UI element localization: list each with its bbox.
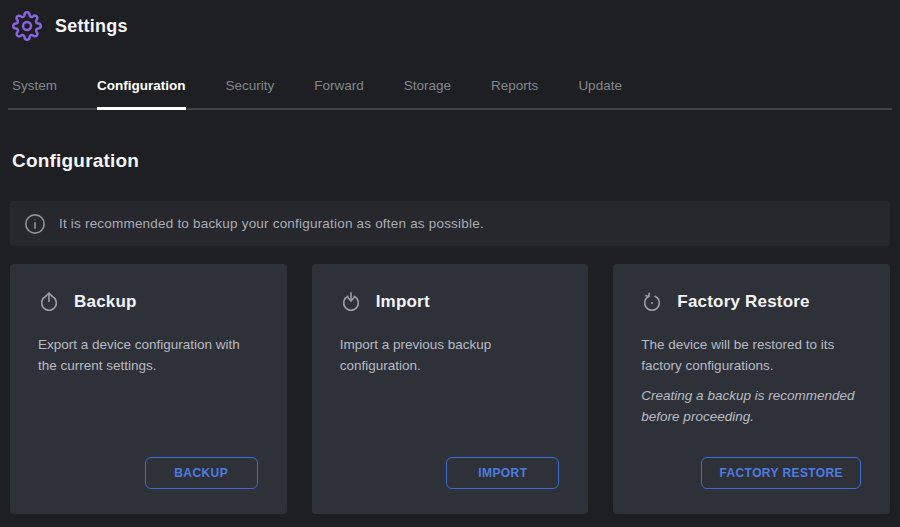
tab-reports[interactable]: Reports: [491, 77, 538, 108]
backup-card-description: Export a device configuration with the c…: [38, 334, 258, 376]
app-header: Settings: [0, 0, 900, 41]
gear-icon: [12, 11, 42, 41]
factory-restore-card-note: Creating a backup is recommended before …: [641, 385, 861, 427]
tab-bar: System Configuration Security Forward St…: [8, 77, 892, 110]
import-download-icon: [340, 291, 362, 313]
tab-forward[interactable]: Forward: [314, 77, 364, 108]
tab-storage[interactable]: Storage: [404, 77, 451, 108]
factory-restore-button[interactable]: FACTORY RESTORE: [701, 457, 861, 489]
tab-system[interactable]: System: [12, 77, 57, 108]
factory-restore-card-description: The device will be restored to its facto…: [641, 334, 861, 376]
banner-text: It is recommended to backup your configu…: [59, 216, 484, 231]
import-button[interactable]: IMPORT: [446, 457, 559, 489]
page-title: Configuration: [12, 150, 888, 172]
backup-card-header: Backup: [38, 291, 258, 313]
tab-security[interactable]: Security: [226, 77, 275, 108]
factory-restore-card-title: Factory Restore: [677, 292, 809, 312]
import-card-description: Import a previous backup configuration.: [340, 334, 560, 376]
backup-card-title: Backup: [74, 292, 137, 312]
tab-update[interactable]: Update: [578, 77, 622, 108]
backup-button[interactable]: BACKUP: [145, 457, 258, 489]
tab-configuration[interactable]: Configuration: [97, 77, 185, 108]
backup-card: Backup Export a device configuration wit…: [10, 264, 287, 514]
factory-restore-card-header: Factory Restore: [641, 291, 861, 313]
backup-export-icon: [38, 291, 60, 313]
import-card-header: Import: [340, 291, 560, 313]
info-icon: [24, 213, 46, 235]
import-card-title: Import: [376, 292, 430, 312]
app-title: Settings: [55, 16, 128, 37]
info-banner: It is recommended to backup your configu…: [10, 201, 890, 246]
factory-restore-icon: [641, 291, 663, 313]
cards-row: Backup Export a device configuration wit…: [10, 264, 890, 514]
factory-restore-card: Factory Restore The device will be resto…: [613, 264, 890, 514]
import-card: Import Import a previous backup configur…: [312, 264, 589, 514]
